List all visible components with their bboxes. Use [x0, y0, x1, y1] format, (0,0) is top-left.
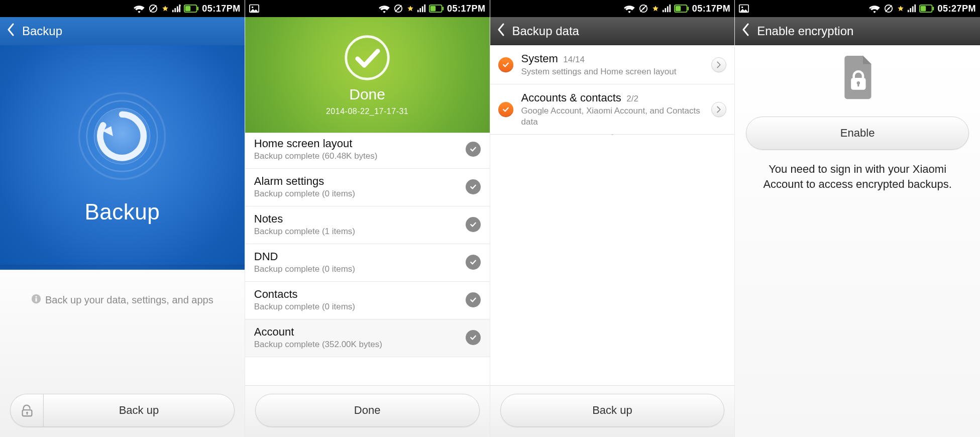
svg-rect-55	[921, 6, 926, 12]
svg-rect-50	[910, 8, 912, 12]
cat-sub: System settings and Home screen layout	[521, 66, 704, 77]
star-icon	[897, 5, 904, 12]
button-label: Done	[354, 404, 381, 417]
lock-file-icon	[830, 50, 885, 107]
info-text: Back up your data, settings, and apps	[45, 294, 213, 306]
header: Enable encryption	[735, 17, 980, 45]
done-check-icon	[343, 34, 391, 82]
checked-badge-icon	[498, 102, 513, 117]
screenshot-icon	[249, 4, 259, 13]
item-sub: Backup complete (0 items)	[254, 264, 459, 274]
footer: Done	[245, 385, 490, 437]
svg-point-16	[35, 296, 37, 297]
svg-line-36	[640, 6, 646, 12]
list-item[interactable]: Notes Backup complete (1 items)	[245, 206, 490, 244]
svg-rect-27	[419, 8, 421, 12]
item-title: Contacts	[254, 288, 459, 301]
svg-rect-4	[175, 8, 176, 12]
status-bar: 05:17PM	[490, 0, 735, 17]
category-row-system[interactable]: System 14/14 System settings and Home sc…	[490, 45, 735, 84]
chevron-right-icon[interactable]	[711, 102, 726, 117]
screen-backup-done: 05:17PM Done 2014-08-22_17-17-31 Home sc…	[245, 0, 490, 437]
list-item[interactable]: Home screen layout Backup complete (60.4…	[245, 133, 490, 169]
svg-rect-42	[687, 7, 689, 10]
svg-rect-40	[669, 5, 671, 12]
svg-rect-10	[185, 6, 191, 12]
item-title: DND	[254, 250, 459, 263]
svg-rect-39	[667, 7, 669, 13]
cat-count: 14/14	[563, 55, 585, 64]
screen-backup-landing: 05:17PM Backup	[0, 0, 245, 437]
status-bar: 05:17PM	[0, 0, 245, 17]
clock-text: 05:17PM	[447, 4, 486, 14]
svg-rect-52	[915, 5, 916, 12]
header-title: Backup data	[512, 24, 579, 38]
cat-count: 2/2	[626, 94, 638, 103]
list-item[interactable]: DND Backup complete (0 items)	[245, 244, 490, 282]
signal-icon	[662, 4, 671, 13]
wifi-icon	[869, 4, 880, 13]
svg-point-45	[741, 7, 743, 8]
encryption-toggle[interactable]	[10, 394, 43, 427]
back-icon[interactable]	[7, 23, 15, 39]
svg-rect-58	[857, 83, 859, 86]
checked-badge-icon	[498, 57, 513, 72]
lower-panel: Back up your data, settings, and apps Ba…	[0, 270, 245, 437]
button-label: Back up	[592, 404, 632, 417]
item-title: Account	[254, 325, 459, 339]
wifi-icon	[624, 4, 635, 13]
cat-sub: Google Account, Xiaomi Account, and Cont…	[521, 105, 704, 127]
svg-rect-28	[422, 7, 423, 13]
wifi-icon	[379, 4, 390, 13]
header-title: Backup	[22, 24, 62, 38]
list-item[interactable]: Alarm settings Backup complete (0 items)	[245, 169, 490, 206]
svg-rect-29	[424, 5, 425, 12]
clock-text: 05:27PM	[937, 4, 976, 14]
backup-items-list[interactable]: Home screen layout Backup complete (60.4…	[245, 133, 490, 385]
screen-backup-data: 05:17PM Backup data System 14/14 System …	[490, 0, 735, 437]
star-icon	[162, 5, 169, 12]
list-item[interactable]: Account Backup complete (352.00K bytes)	[245, 319, 490, 357]
check-icon	[466, 179, 481, 194]
hero: Backup	[0, 45, 245, 270]
item-sub: Backup complete (0 items)	[254, 189, 459, 199]
svg-rect-37	[663, 10, 664, 13]
star-icon	[652, 5, 659, 12]
sim-no-signal-icon	[883, 4, 894, 13]
clock-text: 05:17PM	[692, 4, 731, 14]
info-icon	[31, 294, 41, 306]
item-title: Home screen layout	[254, 137, 459, 150]
backup-button[interactable]: Back up	[43, 394, 235, 427]
info-line: Back up your data, settings, and apps	[31, 294, 213, 306]
list-item[interactable]: Contacts Backup complete (0 items)	[245, 282, 490, 319]
svg-rect-49	[908, 10, 909, 13]
battery-icon	[919, 5, 934, 13]
button-label: Back up	[119, 404, 159, 417]
back-icon[interactable]	[497, 23, 505, 39]
battery-icon	[184, 5, 199, 13]
header: Backup data	[490, 17, 735, 45]
encryption-body: Enable You need to sign in with your Xia…	[735, 45, 980, 437]
svg-rect-26	[417, 10, 419, 13]
signal-icon	[907, 4, 916, 13]
done-hero: Done 2014-08-22_17-17-31	[245, 17, 490, 133]
item-sub: Backup complete (352.00K bytes)	[254, 340, 459, 350]
back-icon[interactable]	[742, 23, 750, 39]
hero-title: Backup	[84, 199, 160, 225]
check-icon	[466, 217, 481, 232]
done-title: Done	[349, 86, 385, 103]
category-row-contacts[interactable]: Accounts & contacts 2/2 Google Account, …	[490, 84, 735, 135]
svg-rect-54	[933, 7, 934, 10]
sim-no-signal-icon	[638, 4, 649, 13]
button-label: Enable	[840, 127, 875, 140]
backup-button[interactable]: Back up	[500, 394, 725, 427]
svg-point-33	[346, 37, 388, 79]
encryption-message: You need to sign in with your Xiaomi Acc…	[746, 162, 969, 191]
backup-ring-icon	[77, 91, 167, 181]
enable-button[interactable]: Enable	[746, 117, 969, 150]
backup-action-row: Back up	[10, 394, 235, 427]
chevron-right-icon[interactable]	[711, 57, 726, 72]
svg-point-22	[252, 7, 253, 8]
done-button[interactable]: Done	[255, 394, 480, 427]
footer: Back up	[490, 385, 735, 437]
